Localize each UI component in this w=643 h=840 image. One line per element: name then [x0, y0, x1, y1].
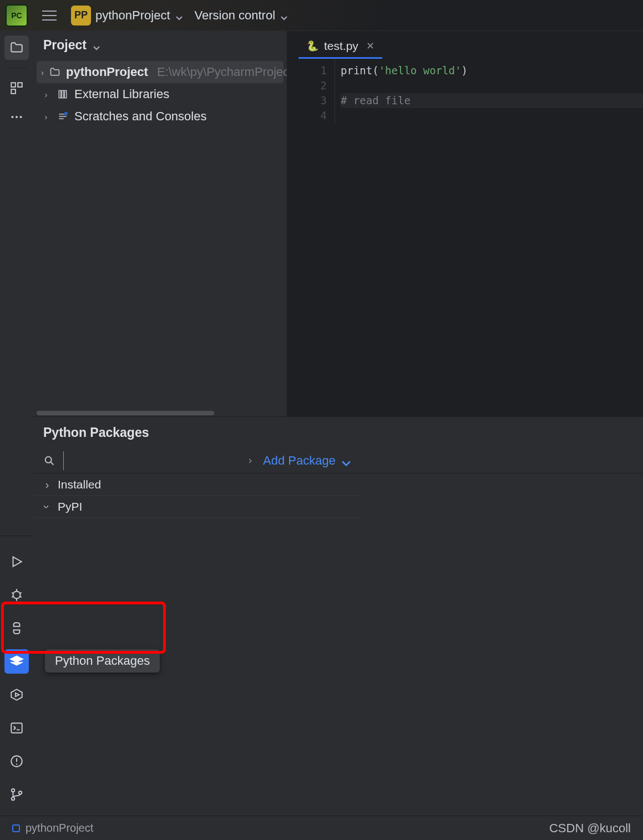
folder-icon: [9, 40, 24, 55]
python-icon: [9, 621, 24, 635]
debug-toolwindow-button[interactable]: [4, 583, 29, 607]
tree-item-project-root[interactable]: › pythonProject E:\wk\py\PycharmProjec: [37, 61, 283, 83]
tree-item-label: pythonProject: [66, 65, 148, 79]
svg-point-18: [19, 791, 22, 794]
packages-tree[interactable]: › Installed › PyPI: [33, 474, 361, 518]
library-icon: [57, 89, 69, 100]
svg-marker-9: [11, 689, 22, 700]
version-control-menu[interactable]: Version control: [195, 8, 289, 23]
packages-search-bar: › Add Package: [33, 448, 643, 474]
code-lines[interactable]: print('hello world')# read file: [335, 59, 643, 123]
tab-filename: test.py: [324, 39, 358, 53]
svg-rect-20: [62, 90, 63, 98]
project-tree[interactable]: › pythonProject E:\wk\py\PycharmProjec ›…: [33, 59, 287, 411]
code-editor[interactable]: 1234 print('hello world')# read file: [287, 59, 643, 123]
tree-item-path: E:\wk\py\PycharmProjec: [157, 65, 287, 79]
svg-point-25: [64, 113, 67, 115]
panel-title: Project: [43, 38, 87, 53]
services-icon: [9, 688, 24, 702]
add-package-label: Add Package: [263, 454, 336, 468]
svg-point-26: [45, 456, 52, 462]
more-horizontal-icon: [9, 110, 24, 124]
warning-circle-icon: [9, 754, 24, 768]
svg-marker-10: [16, 693, 19, 697]
git-branch-icon: [9, 787, 24, 802]
bug-icon: [9, 588, 24, 602]
chevron-right-icon[interactable]: ›: [41, 112, 51, 121]
layers-icon: [9, 654, 24, 669]
packages-search-input[interactable]: [63, 451, 241, 470]
svg-rect-11: [11, 723, 22, 732]
packages-group-installed[interactable]: › Installed: [33, 474, 361, 496]
horizontal-scrollbar[interactable]: [33, 411, 287, 416]
editor-area: 🐍 test.py ✕ 1234 print('hello world')# r…: [287, 31, 643, 416]
svg-rect-21: [64, 90, 66, 98]
hamburger-menu-button[interactable]: [39, 5, 60, 26]
tree-item-scratches[interactable]: › Scratches and Consoles: [37, 105, 283, 128]
editor-tab[interactable]: 🐍 test.py ✕: [298, 34, 382, 59]
vcs-label: Version control: [195, 8, 276, 23]
watermark: CSDN @kucoll: [549, 821, 631, 836]
play-icon: [9, 554, 24, 569]
svg-marker-8: [11, 656, 23, 662]
svg-point-4: [16, 116, 18, 118]
svg-point-5: [20, 116, 22, 118]
tree-item-label: External Libraries: [74, 87, 169, 101]
status-indicator-icon: [12, 824, 20, 832]
svg-rect-0: [11, 83, 16, 87]
chevron-down-icon: [280, 11, 288, 20]
project-toolwindow-button[interactable]: [4, 35, 29, 60]
chevron-down-icon[interactable]: ›: [40, 502, 54, 512]
svg-rect-1: [18, 83, 22, 87]
problems-toolwindow-button[interactable]: [4, 749, 29, 773]
add-package-button[interactable]: Add Package: [263, 454, 348, 468]
vcs-toolwindow-button[interactable]: [4, 782, 29, 807]
status-bar: pythonProject CSDN @kucoll: [0, 816, 643, 840]
chevron-right-icon[interactable]: ›: [41, 68, 44, 77]
group-label: PyPI: [58, 500, 82, 513]
python-packages-panel: Python Packages › Add Package › Installe…: [33, 416, 643, 816]
status-project-label: pythonProject: [26, 822, 93, 834]
chevron-down-icon: [92, 40, 101, 49]
terminal-icon: [9, 721, 24, 735]
search-icon: [43, 455, 55, 467]
tree-item-external-libraries[interactable]: › External Libraries: [37, 83, 283, 105]
packages-group-pypi[interactable]: › PyPI: [33, 496, 361, 518]
svg-rect-19: [59, 90, 60, 98]
tree-item-label: Scratches and Consoles: [74, 109, 206, 124]
svg-point-7: [13, 592, 21, 599]
panel-title: Python Packages: [33, 417, 643, 448]
svg-point-15: [16, 763, 17, 765]
tooltip: Python Packages: [45, 649, 160, 673]
line-gutter: 1234: [287, 59, 335, 123]
svg-point-17: [12, 797, 14, 800]
close-tab-icon[interactable]: ✕: [366, 40, 374, 52]
run-toolwindow-button[interactable]: [4, 549, 29, 574]
project-selector[interactable]: PP pythonProject: [71, 6, 184, 26]
terminal-toolwindow-button[interactable]: [4, 716, 29, 740]
status-project[interactable]: pythonProject: [12, 822, 93, 834]
python-console-toolwindow-button[interactable]: [4, 616, 29, 640]
project-name-label: pythonProject: [95, 8, 170, 23]
project-panel-header[interactable]: Project: [33, 31, 287, 59]
chevron-right-icon[interactable]: ›: [41, 90, 51, 99]
chevron-down-icon: [175, 11, 184, 20]
group-label: Installed: [58, 478, 101, 491]
svg-point-3: [11, 116, 13, 118]
title-bar: PC PP pythonProject Version control: [0, 0, 643, 31]
services-toolwindow-button[interactable]: [4, 683, 29, 707]
structure-toolwindow-button[interactable]: [4, 76, 29, 100]
svg-point-16: [12, 789, 14, 792]
folder-icon: [49, 67, 60, 78]
project-badge-icon: PP: [71, 6, 91, 26]
pycharm-logo-icon: PC: [6, 4, 28, 27]
editor-tabs: 🐍 test.py ✕: [287, 31, 643, 59]
chevron-right-icon[interactable]: ›: [249, 455, 252, 466]
left-tool-stripe: Python Packages: [0, 31, 33, 816]
chevron-down-icon: [340, 457, 348, 465]
project-panel: Project › pythonProject E:\wk\py\Pycharm…: [33, 31, 287, 416]
svg-line-27: [51, 462, 54, 465]
python-packages-toolwindow-button[interactable]: [4, 649, 29, 674]
more-toolwindows-button[interactable]: [4, 105, 29, 129]
chevron-right-icon[interactable]: ›: [42, 478, 52, 491]
